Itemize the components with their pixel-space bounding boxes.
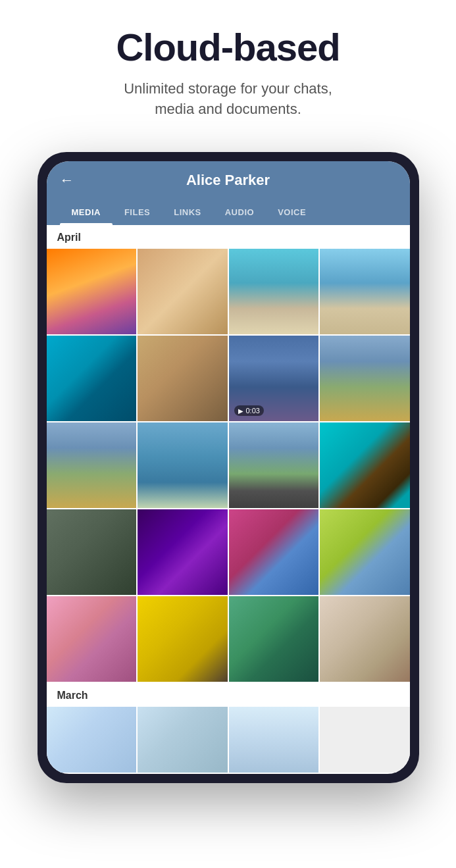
phone-frame: ← Alice Parker MEDIA FILES LINKS AUDIO V… <box>38 152 419 783</box>
phone-wrapper: ← Alice Parker MEDIA FILES LINKS AUDIO V… <box>38 152 419 783</box>
media-cell[interactable] <box>138 422 228 508</box>
phone-header: ← Alice Parker MEDIA FILES LINKS AUDIO V… <box>47 161 410 225</box>
phone-nav: ← Alice Parker <box>60 172 397 189</box>
media-cell-empty <box>320 707 410 773</box>
media-cell[interactable] <box>138 596 228 682</box>
media-cell[interactable] <box>320 596 410 682</box>
media-cell[interactable] <box>320 249 410 334</box>
tab-links[interactable]: LINKS <box>162 199 213 225</box>
media-cell[interactable] <box>229 509 319 595</box>
tab-audio[interactable]: AUDIO <box>213 199 266 225</box>
tab-voice[interactable]: VOICE <box>266 199 318 225</box>
tab-bar: MEDIA FILES LINKS AUDIO VOICE <box>60 199 397 225</box>
grid-row-2: ▶ 0:03 <box>47 336 410 421</box>
media-cell[interactable] <box>47 249 137 334</box>
media-cell[interactable] <box>320 422 410 508</box>
grid-row-1 <box>47 249 410 334</box>
video-overlay: ▶ 0:03 <box>234 405 264 416</box>
tab-media[interactable]: MEDIA <box>60 199 113 225</box>
grid-row-5 <box>47 596 410 682</box>
back-button[interactable]: ← <box>60 172 74 189</box>
phone-screen: ← Alice Parker MEDIA FILES LINKS AUDIO V… <box>47 161 410 774</box>
media-cell[interactable] <box>229 422 319 508</box>
media-cell[interactable] <box>47 707 137 773</box>
media-grid: April ▶ 0:03 <box>47 225 410 773</box>
month-label-april: April <box>47 225 410 249</box>
media-cell[interactable] <box>229 249 319 334</box>
media-cell[interactable] <box>229 596 319 682</box>
contact-name: Alice Parker <box>85 172 372 189</box>
media-cell[interactable] <box>138 509 228 595</box>
grid-row-march-1 <box>47 707 410 773</box>
media-cell[interactable] <box>320 336 410 421</box>
media-cell[interactable] <box>47 509 137 595</box>
media-cell[interactable] <box>47 422 137 508</box>
hero-title: Cloud-based <box>26 26 430 68</box>
media-cell[interactable] <box>138 336 228 421</box>
media-cell[interactable] <box>138 249 228 334</box>
month-label-march: March <box>47 683 410 707</box>
media-cell[interactable] <box>47 596 137 682</box>
grid-row-4 <box>47 509 410 595</box>
media-cell[interactable] <box>320 509 410 595</box>
grid-row-3 <box>47 422 410 508</box>
hero-subtitle: Unlimited storage for your chats,media a… <box>26 79 430 120</box>
play-icon: ▶ <box>238 407 243 415</box>
media-cell[interactable] <box>47 336 137 421</box>
tab-files[interactable]: FILES <box>113 199 162 225</box>
media-cell[interactable] <box>138 707 228 773</box>
hero-section: Cloud-based Unlimited storage for your c… <box>0 0 456 139</box>
media-cell-video[interactable]: ▶ 0:03 <box>229 336 319 421</box>
video-duration: 0:03 <box>246 407 260 415</box>
media-cell[interactable] <box>229 707 319 773</box>
